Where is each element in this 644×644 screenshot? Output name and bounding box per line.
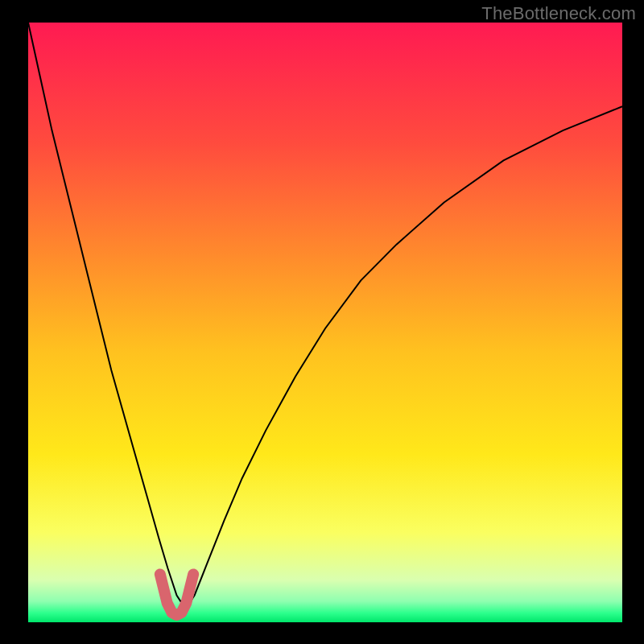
- watermark-text: TheBottleneck.com: [481, 3, 636, 24]
- plot-background: [28, 23, 622, 622]
- chart-frame: TheBottleneck.com: [0, 0, 644, 644]
- bottleneck-chart: [0, 0, 644, 644]
